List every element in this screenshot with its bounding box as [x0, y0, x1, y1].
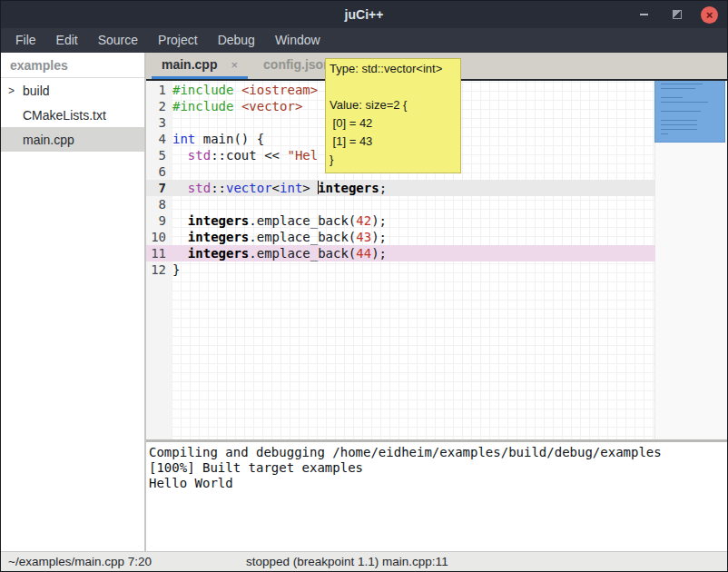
maximize-icon — [673, 10, 682, 19]
line-number[interactable]: 2 — [146, 99, 166, 113]
status-bar: ~/examples/main.cpp 7:20 stopped (breakp… — [1, 551, 727, 571]
code-line[interactable]: 7 std::vector<int> integers; — [146, 180, 727, 196]
build-output-panel[interactable]: Compiling and debugging /home/eidheim/ex… — [146, 442, 727, 551]
line-highlight-band — [146, 261, 655, 278]
code-token: <iostream> — [241, 83, 318, 97]
line-highlight-band — [146, 196, 655, 212]
menu-item-source[interactable]: Source — [88, 28, 148, 53]
code-token: } — [172, 262, 180, 277]
minimap-code-line — [661, 129, 697, 130]
code-line[interactable]: 8 — [146, 196, 727, 212]
project-name-header: examples — [1, 53, 144, 78]
status-debug-state: stopped (breakpoint 1.1) main.cpp:11 — [246, 552, 448, 571]
code-token: ; — [379, 181, 387, 195]
minimize-button[interactable] — [635, 6, 653, 24]
code-token: .emplace_back( — [249, 213, 356, 228]
line-number[interactable]: 6 — [146, 164, 166, 179]
code-token — [172, 181, 188, 195]
tooltip-line: } — [330, 151, 460, 169]
menu-item-window[interactable]: Window — [265, 28, 330, 53]
code-text: integers.emplace_back(43); — [172, 230, 387, 244]
menu-item-debug[interactable]: Debug — [208, 28, 265, 53]
minimap-code-line — [661, 120, 697, 121]
minimap-code-line — [661, 88, 695, 89]
sidebar-item-build[interactable]: >build — [1, 78, 144, 103]
code-token: :: — [211, 181, 226, 195]
output-line: Compiling and debugging /home/eidheim/ex… — [149, 445, 727, 460]
close-button[interactable]: × — [701, 6, 718, 24]
debug-value-tooltip: Type: std::vector<int> Value: size=2 { [… — [325, 58, 461, 173]
line-number[interactable]: 4 — [146, 132, 166, 146]
code-token: integers — [188, 246, 249, 261]
minimap-code-line — [661, 84, 703, 84]
minimap-viewport[interactable] — [654, 81, 725, 143]
code-token: #include — [172, 99, 233, 113]
output-line: Hello World — [149, 476, 727, 491]
title-bar[interactable]: juCi++ × — [1, 1, 727, 28]
minimap-code-line — [661, 102, 708, 103]
line-number[interactable]: 10 — [146, 230, 166, 244]
maximize-button[interactable] — [668, 6, 685, 24]
file-tree-sidebar[interactable]: examples >buildCMakeLists.txtmain.cpp — [1, 53, 144, 551]
code-token: int — [280, 181, 302, 195]
tab-close-icon[interactable]: × — [231, 58, 238, 72]
code-token: 42 — [356, 213, 371, 228]
window-title: juCi++ — [1, 1, 727, 28]
tooltip-line: Value: size=2 { — [330, 96, 460, 114]
minimize-icon — [640, 14, 648, 15]
code-token: main() { — [195, 132, 264, 146]
code-token: std — [188, 181, 211, 195]
code-token — [233, 83, 241, 97]
code-token: std — [188, 148, 211, 163]
status-file-position: ~/examples/main.cpp 7:20 — [8, 552, 152, 571]
code-token: integers — [188, 230, 249, 244]
tooltip-line — [330, 78, 460, 96]
code-token: ::cout << — [211, 148, 287, 163]
code-token: 43 — [356, 230, 371, 244]
sidebar-item-cmakelists-txt[interactable]: CMakeLists.txt — [1, 103, 144, 127]
tree-item-label: CMakeLists.txt — [23, 108, 106, 123]
line-number[interactable]: 12 — [146, 262, 166, 277]
tree-item-label: main.cpp — [23, 133, 74, 147]
line-number[interactable]: 7 — [146, 181, 166, 195]
code-text: integers.emplace_back(42); — [172, 213, 387, 228]
tooltip-line: [1] = 43 — [330, 133, 460, 151]
chevron-right-icon[interactable]: > — [8, 84, 23, 97]
tab-label: config.json — [263, 57, 331, 72]
code-token: integers — [318, 181, 379, 195]
app-window: juCi++ × FileEditSourceProjectDebugWindo… — [0, 0, 728, 572]
minimap-code-line — [661, 111, 701, 112]
tab-main-cpp[interactable]: main.cpp× — [152, 53, 248, 79]
line-number[interactable]: 9 — [146, 213, 166, 228]
code-line[interactable]: 12} — [146, 261, 727, 278]
code-text: int main() { — [172, 132, 264, 146]
code-token: vector — [226, 181, 272, 195]
tab-label: main.cpp — [162, 57, 217, 72]
code-line[interactable]: 11 integers.emplace_back(44); — [146, 245, 727, 261]
code-token: ); — [371, 230, 387, 244]
menu-item-file[interactable]: File — [5, 28, 46, 53]
code-text: std::vector<int> integers; — [172, 181, 387, 195]
code-line[interactable]: 10 integers.emplace_back(43); — [146, 229, 727, 245]
menu-item-edit[interactable]: Edit — [46, 28, 88, 53]
line-number[interactable]: 11 — [146, 246, 166, 261]
code-token: int — [172, 132, 195, 146]
code-text: #include <iostream> — [172, 83, 318, 97]
line-number[interactable]: 5 — [146, 148, 166, 163]
code-token — [172, 246, 188, 261]
code-line[interactable]: 9 integers.emplace_back(42); — [146, 212, 727, 229]
code-token — [172, 230, 188, 244]
menu-item-project[interactable]: Project — [148, 28, 208, 53]
output-line: [100%] Built target examples — [149, 460, 727, 476]
line-number[interactable]: 1 — [146, 83, 166, 97]
minimap-code-line — [661, 97, 683, 98]
code-text: std::cout << "Hel — [172, 148, 318, 163]
code-token: integers — [188, 213, 249, 228]
minimap-code-line — [661, 133, 668, 134]
file-tree: >buildCMakeLists.txtmain.cpp — [1, 78, 144, 152]
line-number[interactable]: 3 — [146, 115, 166, 130]
code-token: ); — [371, 246, 387, 261]
sidebar-item-main-cpp[interactable]: main.cpp — [1, 127, 144, 152]
code-token: .emplace_back( — [249, 246, 356, 261]
line-number[interactable]: 8 — [146, 197, 166, 212]
